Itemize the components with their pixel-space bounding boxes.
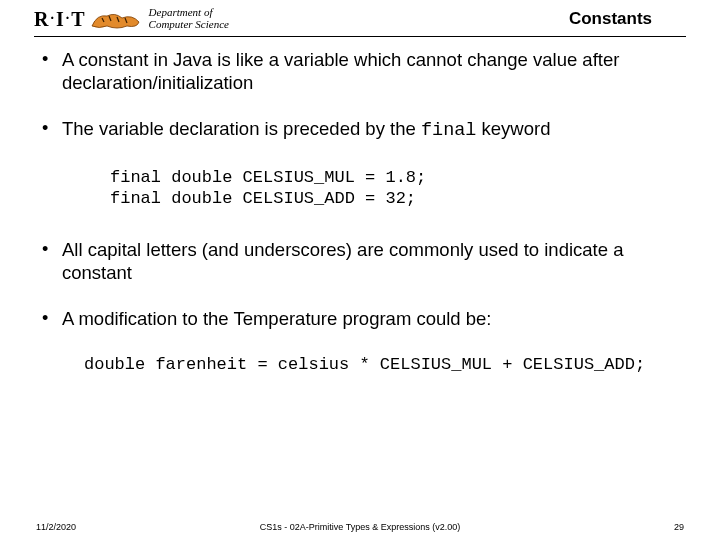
bullet-4: A modification to the Temperature progra… [36, 308, 684, 331]
slide-content: A constant in Java is like a variable wh… [0, 37, 720, 374]
bullet-3: All capital letters (and underscores) ar… [36, 239, 684, 284]
slide-title: Constants [569, 9, 652, 29]
code-block-1: final double CELSIUS_MUL = 1.8; final do… [110, 167, 684, 210]
slide-footer: 11/2/2020 CS1s - 02A-Primitive Types & E… [0, 522, 720, 532]
dept-line2: Computer Science [149, 19, 229, 31]
footer-center: CS1s - 02A-Primitive Types & Expressions… [260, 522, 460, 532]
department-label: Department of Computer Science [149, 7, 229, 30]
footer-page-number: 29 [674, 522, 684, 532]
logo-block: R·I·T Department of Computer Science [34, 4, 229, 34]
bullet-2-text-b: keyword [476, 118, 550, 139]
slide-header: R·I·T Department of Computer Science Con… [34, 0, 686, 37]
tiger-icon [87, 4, 147, 34]
code1-line2: final double CELSIUS_ADD = 32; [110, 189, 416, 208]
code1-line1: final double CELSIUS_MUL = 1.8; [110, 168, 426, 187]
bullet-list: A constant in Java is like a variable wh… [36, 49, 684, 143]
rit-logo: R·I·T [34, 4, 147, 34]
bullet-list-2: All capital letters (and underscores) ar… [36, 239, 684, 331]
bullet-1: A constant in Java is like a variable wh… [36, 49, 684, 94]
bullet-2-text-a: The variable declaration is preceded by … [62, 118, 421, 139]
code-block-2: double farenheit = celsius * CELSIUS_MUL… [84, 355, 684, 374]
bullet-2: The variable declaration is preceded by … [36, 118, 684, 143]
bullet-2-code: final [421, 120, 477, 141]
rit-text: R·I·T [34, 8, 87, 31]
footer-date: 11/2/2020 [36, 522, 76, 532]
